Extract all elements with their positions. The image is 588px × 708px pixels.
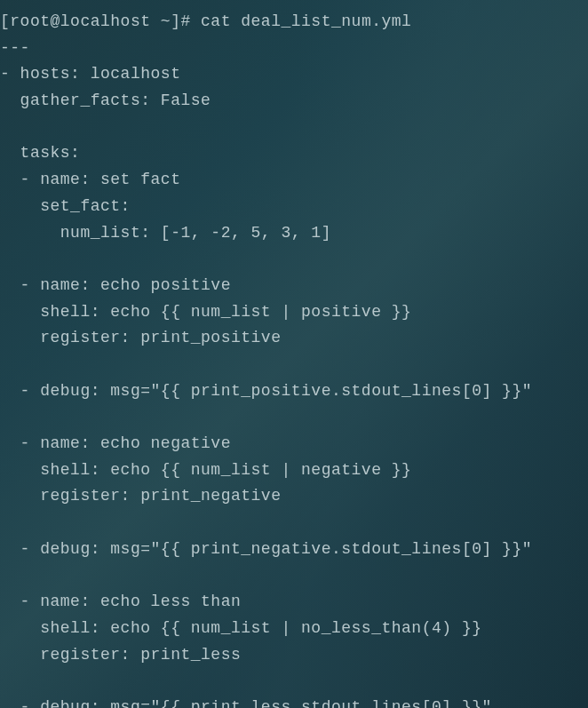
yaml-task4-name: - name: echo negative — [0, 434, 231, 452]
yaml-tasks: tasks: — [0, 144, 80, 162]
yaml-task6-register: register: print_less — [0, 646, 241, 664]
yaml-task2-shell: shell: echo {{ num_list | positive }} — [0, 303, 411, 321]
yaml-gather-facts: gather_facts: False — [0, 91, 211, 109]
yaml-task1-setfact: set_fact: — [0, 197, 131, 215]
yaml-task1-numlist: num_list: [-1, -2, 5, 3, 1] — [0, 224, 331, 242]
yaml-task2-name: - name: echo positive — [0, 276, 231, 294]
yaml-doc-start: --- — [0, 39, 30, 57]
yaml-task2-register: register: print_positive — [0, 329, 281, 346]
shell-prompt: [root@localhost ~]# — [0, 12, 201, 30]
yaml-task6-shell: shell: echo {{ num_list | no_less_than(4… — [0, 619, 481, 637]
yaml-task5-debug: - debug: msg="{{ print_negative.stdout_l… — [0, 540, 532, 558]
yaml-hosts: - hosts: localhost — [0, 65, 180, 83]
yaml-task4-shell: shell: echo {{ num_list | negative }} — [0, 461, 411, 479]
shell-command: cat deal_list_num.yml — [201, 12, 411, 30]
yaml-task6-name: - name: echo less than — [0, 593, 241, 610]
yaml-task3-debug: - debug: msg="{{ print_positive.stdout_l… — [0, 382, 532, 400]
yaml-task4-register: register: print_negative — [0, 487, 281, 505]
terminal-output: [root@localhost ~]# cat deal_list_num.ym… — [0, 9, 588, 708]
yaml-task7-debug: - debug: msg="{{ print_less.stdout_lines… — [0, 698, 492, 708]
yaml-task1-name: - name: set fact — [0, 171, 180, 188]
